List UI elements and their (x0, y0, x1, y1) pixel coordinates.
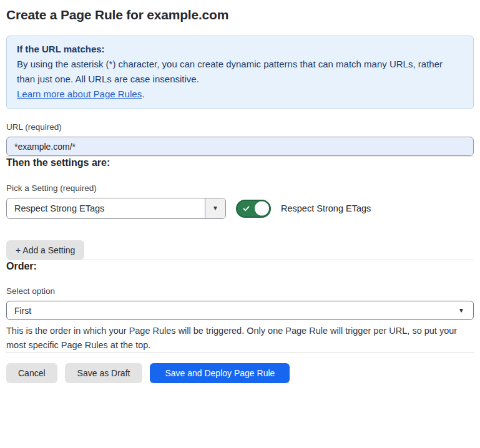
cancel-button[interactable]: Cancel (6, 363, 57, 383)
footer-divider (6, 352, 474, 353)
add-setting-button[interactable]: + Add a Setting (6, 240, 84, 260)
toggle-label: Respect Strong ETags (281, 203, 371, 213)
page-title: Create a Page Rule for example.com (6, 7, 474, 22)
pick-setting-label: Pick a Setting (required) (6, 183, 474, 193)
settings-section-heading: Then the settings are: (6, 157, 474, 168)
select-arrow-icon: ▼ (458, 308, 464, 314)
info-box-link-line: Learn more about Page Rules. (17, 87, 463, 102)
save-deploy-button[interactable]: Save and Deploy Page Rule (150, 363, 290, 383)
toggle-knob (255, 202, 269, 216)
dropdown-arrow-icon: ▼ (212, 205, 218, 212)
link-suffix-text: . (142, 89, 144, 99)
order-section-heading: Order: (6, 260, 474, 272)
save-draft-button[interactable]: Save as Draft (65, 363, 143, 383)
url-field-label: URL (required) (6, 122, 474, 132)
create-page-rule-form: Create a Page Rule for example.com If th… (0, 0, 480, 383)
info-box-body: By using the asterisk (*) character, you… (17, 57, 463, 87)
setting-row: Respect Strong ETags ▼ Respect Strong ET… (6, 198, 474, 219)
order-select-label: Select option (6, 286, 474, 296)
url-match-info-box: If the URL matches: By using the asteris… (6, 36, 474, 109)
setting-select-arrow-button[interactable]: ▼ (205, 198, 225, 218)
setting-select[interactable]: Respect Strong ETags ▼ (6, 198, 226, 219)
order-select[interactable]: First ▼ (6, 301, 474, 320)
setting-select-value: Respect Strong ETags (7, 198, 205, 218)
order-help-text: This is the order in which your Page Rul… (6, 324, 471, 352)
etags-toggle[interactable] (236, 200, 271, 218)
url-input[interactable] (6, 137, 474, 156)
checkmark-icon (242, 205, 250, 213)
info-box-heading: If the URL matches: (17, 42, 463, 57)
footer-actions: Cancel Save as Draft Save and Deploy Pag… (6, 363, 474, 383)
learn-more-link[interactable]: Learn more about Page Rules (17, 89, 142, 99)
order-select-value: First (14, 306, 31, 316)
